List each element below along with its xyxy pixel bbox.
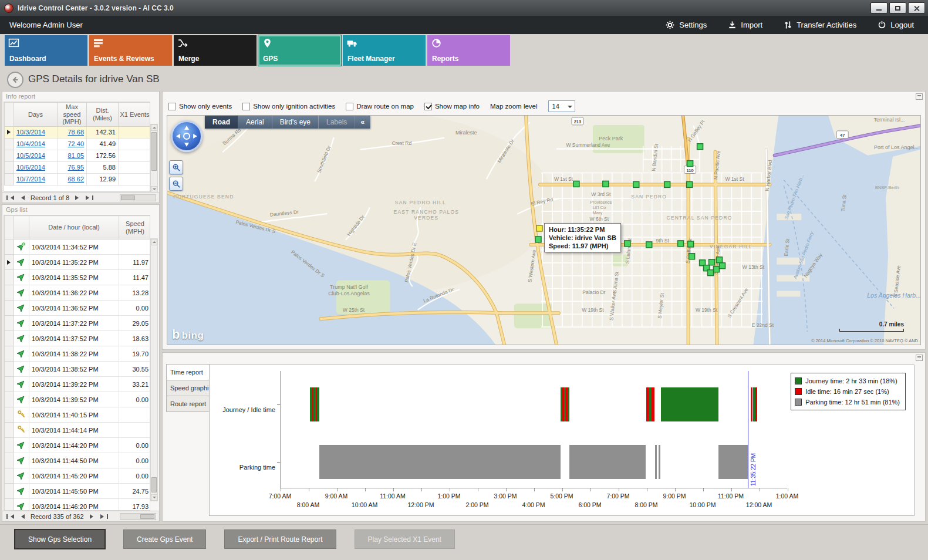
list-item[interactable]: 10/3/2014 11:38:22 PM19.70	[5, 346, 151, 362]
last-record-button[interactable]	[85, 195, 95, 200]
prev-record-button[interactable]	[18, 195, 26, 200]
nav-tile-reports[interactable]: Reports	[427, 35, 510, 66]
gps-list-scrollbar[interactable]	[150, 238, 158, 501]
list-item[interactable]: 10/3/2014 11:35:22 PM11.97	[5, 255, 151, 270]
column-header-max-speed[interactable]: Max speed (MPH)	[58, 103, 87, 127]
close-button[interactable]	[908, 2, 925, 14]
vehicle-marker[interactable]	[720, 263, 725, 269]
list-item[interactable]: 10/3/2014 11:35:52 PM11.47	[5, 270, 151, 285]
list-item[interactable]: 10/3/2014 11:37:52 PM18.63	[5, 331, 151, 346]
vehicle-marker[interactable]	[717, 257, 723, 263]
scrollbar-thumb[interactable]	[151, 132, 157, 171]
time-cursor[interactable]	[748, 371, 748, 488]
max-speed-link[interactable]: 78.68	[58, 126, 87, 138]
table-row[interactable]: 10/6/201476.955.88	[5, 161, 151, 173]
date-link[interactable]: 10/3/2014	[14, 126, 58, 138]
zoom-out-button[interactable]	[169, 177, 183, 191]
tab-route-report[interactable]: Route report	[166, 396, 210, 412]
topbar-action-logout[interactable]: Logout	[878, 21, 914, 29]
last-record-button[interactable]	[99, 514, 109, 519]
nav-tile-gps[interactable]: GPS	[258, 35, 341, 66]
vehicle-marker[interactable]	[714, 266, 720, 272]
tab-speed-graphic[interactable]: Speed graphic	[166, 380, 210, 396]
nav-tile-fleet-manager[interactable]: Fleet Manager	[343, 35, 426, 66]
table-row[interactable]: 10/3/201478.68142.31	[5, 126, 151, 138]
scroll-up-icon[interactable]	[151, 124, 157, 131]
vehicle-marker[interactable]	[625, 241, 630, 247]
map-style-road[interactable]: Road	[205, 116, 238, 129]
vehicle-marker[interactable]	[689, 254, 695, 259]
vehicle-marker[interactable]	[687, 181, 693, 187]
vehicle-marker[interactable]	[664, 181, 670, 187]
vehicle-marker[interactable]	[603, 181, 609, 187]
date-link[interactable]: 10/5/2014	[14, 150, 58, 161]
footer-button-create-gps-event[interactable]: Create Gps Event	[123, 529, 206, 549]
max-speed-link[interactable]: 72.40	[58, 138, 87, 150]
max-speed-link[interactable]: 76.95	[58, 161, 87, 173]
nav-tile-dashboard[interactable]: Dashboard	[5, 35, 87, 66]
collapse-map-panel-button[interactable]	[916, 93, 923, 100]
map-style-collapse-button[interactable]: «	[355, 116, 370, 129]
first-record-button[interactable]	[5, 514, 15, 519]
checkbox-show-only-events[interactable]: Show only events	[168, 103, 232, 110]
map-compass[interactable]	[171, 120, 203, 152]
list-item[interactable]: 10/3/2014 11:39:22 PM33.21	[5, 377, 151, 392]
map-style-bird-s-eye[interactable]: Bird's eye	[272, 116, 319, 129]
max-speed-link[interactable]: 68.62	[58, 173, 87, 185]
collapse-chart-panel-button[interactable]	[916, 355, 923, 361]
column-header-date-hour[interactable]: Date / hour (local)	[29, 216, 119, 239]
map[interactable]: MiralestePeck ParkW Summerland AveCrest …	[167, 115, 921, 345]
vehicle-marker[interactable]	[687, 161, 693, 167]
vehicle-marker[interactable]	[633, 181, 639, 187]
list-item[interactable]: 10/3/2014 11:44:20 PM0.00	[5, 438, 151, 453]
topbar-action-transfer-activities[interactable]: Transfer Activities	[784, 21, 856, 29]
table-row[interactable]: 10/4/201472.4041.49	[5, 138, 151, 150]
first-record-button[interactable]	[5, 195, 15, 200]
prev-record-button[interactable]	[18, 514, 26, 519]
back-button[interactable]	[7, 72, 23, 88]
map-style-aerial[interactable]: Aerial	[238, 116, 272, 129]
vehicle-marker[interactable]	[708, 270, 714, 276]
checkbox-show-map-info[interactable]: Show map info	[424, 103, 480, 110]
nav-tile-events-reviews[interactable]: Events & Reviews	[89, 35, 172, 66]
pager-scrollbar[interactable]	[120, 513, 156, 520]
list-item[interactable]: 10/3/2014 11:45:50 PM24.75	[5, 484, 151, 499]
list-item[interactable]: 10/3/2014 11:38:52 PM30.55	[5, 362, 151, 377]
checkbox-show-only-ignition-activities[interactable]: Show only ignition activities	[242, 103, 335, 110]
scrollbar-thumb[interactable]	[140, 514, 154, 519]
date-link[interactable]: 10/7/2014	[14, 173, 58, 185]
scrollbar-thumb[interactable]	[151, 477, 157, 492]
list-item[interactable]: 10/3/2014 11:37:22 PM29.05	[5, 316, 151, 331]
topbar-action-settings[interactable]: Settings	[665, 20, 707, 30]
vehicle-marker[interactable]	[646, 242, 652, 248]
date-link[interactable]: 10/4/2014	[14, 138, 58, 150]
max-speed-link[interactable]: 81.05	[58, 150, 87, 161]
next-record-button[interactable]	[74, 195, 82, 200]
vehicle-marker[interactable]	[697, 144, 703, 150]
maximize-button[interactable]	[889, 2, 906, 14]
date-link[interactable]: 10/6/2014	[14, 161, 58, 173]
vehicle-marker[interactable]	[535, 237, 541, 242]
list-item[interactable]: 10/3/2014 11:40:15 PM	[5, 407, 151, 423]
tab-time-report[interactable]: Time report	[166, 364, 210, 380]
map-zoom-select[interactable]: 14	[548, 100, 575, 112]
column-header-distance[interactable]: Dist. (Miles)	[87, 103, 119, 127]
zoom-in-button[interactable]	[169, 160, 183, 174]
scrollbar-thumb[interactable]	[121, 195, 135, 200]
footer-button-show-gps-selection[interactable]: Show Gps Selection	[15, 529, 105, 549]
nav-tile-merge[interactable]: Merge	[174, 35, 257, 66]
map-style-labels[interactable]: Labels	[319, 116, 355, 129]
info-report-scrollbar[interactable]	[150, 124, 158, 193]
next-record-button[interactable]	[89, 514, 97, 519]
scroll-up-icon[interactable]	[151, 239, 157, 245]
vehicle-marker[interactable]	[573, 181, 579, 187]
table-row[interactable]: 10/7/201468.6212.99	[5, 173, 151, 185]
list-item[interactable]: 10/3/2014 11:44:14 PM	[5, 423, 151, 438]
list-item[interactable]: 10/3/2014 11:44:50 PM0.00	[5, 453, 151, 468]
selected-vehicle-marker[interactable]	[536, 225, 542, 231]
list-item[interactable]: 10/3/2014 11:39:52 PM0.00	[5, 392, 151, 407]
vehicle-marker[interactable]	[688, 241, 694, 247]
checkbox-draw-route-on-map[interactable]: Draw route on map	[346, 103, 414, 110]
table-row[interactable]: 10/5/201481.05172.56	[5, 150, 151, 161]
vehicle-marker[interactable]	[709, 259, 715, 265]
